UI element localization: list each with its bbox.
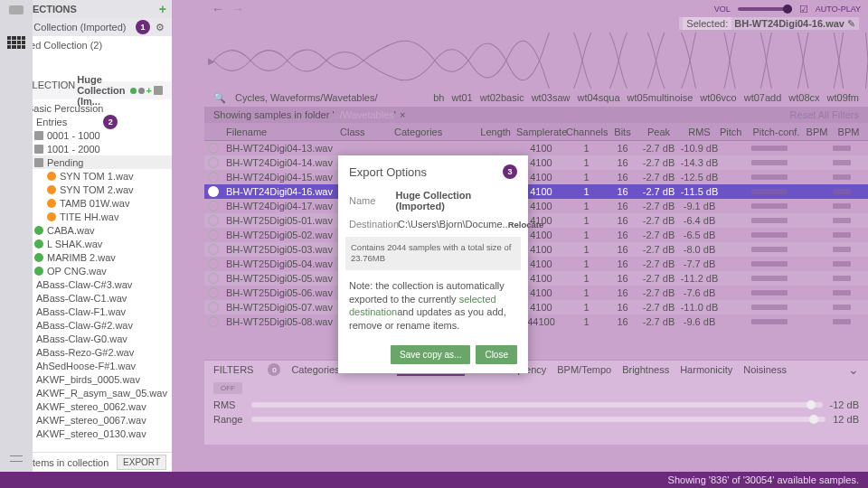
table-row[interactable]: BH-WT24Digi04-14.wav4100116-2.7 dB-14.3 … — [204, 155, 868, 170]
reset-filters[interactable]: Reset All Filters — [790, 109, 859, 120]
file-icon — [47, 172, 56, 181]
filter-tab[interactable]: Categories — [291, 364, 339, 375]
play-icon[interactable] — [208, 302, 219, 313]
wavetable-tab[interactable]: wt01 — [452, 92, 473, 103]
range-value: 12 dB — [833, 414, 859, 425]
export-modal: Export Options 3 NameHuge Collection (Im… — [338, 155, 528, 373]
folder-icon — [34, 131, 43, 140]
settings-icon[interactable] — [9, 452, 24, 466]
wavetable-tab[interactable]: wt05multinoise — [627, 92, 693, 103]
play-icon[interactable] — [208, 273, 219, 284]
rms-value: -12 dB — [830, 399, 859, 410]
relocate-button[interactable]: Relocate — [508, 220, 544, 230]
table-row[interactable]: BH-WT24Digi04-15.wav4100116-2.7 dB-12.5 … — [204, 170, 868, 184]
export-summary: Contains 2044 samples with a total size … — [345, 237, 521, 270]
table-row[interactable]: BH-WT25Digi05-02.wav4100116-2.7 dB-6.5 d… — [204, 228, 868, 242]
file-icon — [34, 226, 43, 235]
filter-tab[interactable]: Noisiness — [743, 364, 787, 375]
badge-1: 1 — [136, 20, 150, 34]
play-icon[interactable] — [208, 244, 219, 255]
autoplay-label: AUTO-PLAY — [816, 5, 861, 14]
col-bpm2[interactable]: BPM — [833, 127, 864, 137]
folder-icon — [34, 145, 43, 154]
filter-tab[interactable]: Brightness — [622, 364, 669, 375]
col-class[interactable]: Class — [340, 127, 394, 137]
volume-slider[interactable] — [738, 7, 792, 11]
status-dot-icon — [130, 88, 137, 94]
table-row[interactable]: BH-WT24Digi04-16.wav4100116-2.7 dB-11.5 … — [204, 184, 868, 199]
wavetable-tab[interactable]: wt04squa — [577, 92, 619, 103]
off-toggle[interactable]: OFF — [213, 382, 242, 394]
table-row[interactable]: BH-WT25Digi05-07.wav4100116-2.7 dB-11.0 … — [204, 300, 868, 314]
play-icon[interactable] — [208, 201, 219, 211]
filter-tab[interactable]: BPM/Tempo — [557, 364, 611, 375]
filter-tabs: FILTERS0 CategoriesFile InfoRMS/Loudness… — [204, 361, 868, 379]
export-button[interactable]: EXPORT — [117, 455, 166, 470]
vol-label: VOL — [714, 5, 731, 14]
col-categories[interactable]: Categories — [394, 127, 467, 137]
wavetable-tab[interactable]: wt07add — [744, 92, 782, 103]
table-row[interactable]: BH-WT24Digi04-17.wav4100116-2.7 dB-9.1 d… — [204, 199, 868, 213]
badge-3: 3 — [503, 164, 517, 179]
table-header: Filename Class Categories Length Sampler… — [204, 123, 868, 141]
play-icon[interactable] — [208, 215, 219, 226]
close-button[interactable]: Close — [476, 345, 517, 364]
play-icon[interactable] — [208, 172, 219, 183]
play-icon[interactable] — [208, 186, 219, 197]
topbar: ← → VOL ☑ AUTO-PLAY — [204, 0, 868, 18]
play-icon[interactable] — [208, 230, 219, 240]
crumb-path[interactable]: Cycles, Waveforms/Wavetables/ — [235, 92, 378, 103]
play-icon[interactable] — [208, 316, 219, 327]
save-copy-button[interactable]: Save copy as... — [391, 345, 470, 364]
col-rms[interactable]: RMS — [679, 127, 720, 137]
add-collection-icon[interactable]: + — [159, 2, 166, 16]
table-row[interactable]: BH-WT25Digi05-08.wavOneShotWood Hits00:0… — [204, 314, 868, 329]
gear-icon[interactable]: ⚙ — [156, 22, 165, 33]
wavetable-tab[interactable]: wt08cx — [788, 92, 819, 103]
filter-count: 0 — [268, 363, 280, 376]
export-dest: C:\Users\Bjorn\Docume.. — [398, 219, 508, 230]
table-row[interactable]: BH-WT25Digi05-05.wav4100116-2.7 dB-11.2 … — [204, 271, 868, 286]
search-icon[interactable]: 🔍 — [213, 92, 226, 104]
grid-icon[interactable] — [7, 36, 25, 49]
wavetable-tab[interactable]: wt02basic — [480, 92, 524, 103]
table-row[interactable]: BH-WT25Digi05-06.wav4100116-2.7 dB-7.6 d… — [204, 286, 868, 300]
wavetable-tab[interactable]: wt06vco — [700, 92, 736, 103]
file-icon — [34, 239, 43, 249]
col-samplerate[interactable]: Samplerate — [516, 127, 566, 137]
chevron-down-icon[interactable]: ⌄ — [848, 362, 859, 377]
add-icon[interactable]: + — [146, 85, 152, 96]
play-icon[interactable]: ▶ — [208, 56, 215, 66]
autoplay-check-icon[interactable]: ☑ — [799, 4, 808, 15]
breadcrumb: 🔍 Cycles, Waveforms/Wavetables/ bhwt01wt… — [204, 89, 868, 107]
export-name: Huge Collection (Imported) — [395, 190, 517, 211]
back-icon[interactable]: ← — [212, 2, 224, 16]
col-length[interactable]: Length — [467, 127, 516, 137]
wavetable-tab[interactable]: wt09fm — [827, 92, 859, 103]
col-channels[interactable]: Channels — [566, 127, 607, 137]
folder-icon[interactable] — [154, 86, 163, 95]
wavetable-tab[interactable]: wt03saw — [532, 92, 571, 103]
waveform[interactable]: ▶ — [204, 33, 868, 89]
play-icon[interactable] — [208, 258, 219, 269]
modal-title: Export Options — [349, 165, 427, 179]
table-row[interactable]: BH-WT24Digi04-13.wav4100116-2.7 dB-10.9 … — [204, 141, 868, 155]
play-icon[interactable] — [208, 287, 219, 298]
col-bits[interactable]: Bits — [607, 127, 638, 137]
file-icon — [34, 267, 43, 276]
play-icon[interactable] — [208, 157, 219, 168]
file-icon — [34, 253, 43, 262]
filter-tab[interactable]: Harmonicity — [680, 364, 732, 375]
table-row[interactable]: BH-WT25Digi05-03.wav4100116-2.7 dB-8.0 d… — [204, 242, 868, 257]
col-pitch[interactable]: Pitch — [720, 127, 751, 137]
col-filename[interactable]: Filename — [222, 127, 340, 137]
col-bpm[interactable]: BPM — [801, 127, 833, 137]
clear-filter-icon[interactable]: × — [400, 109, 405, 120]
table-row[interactable]: BH-WT25Digi05-04.wav4100116-2.7 dB-7.7 d… — [204, 257, 868, 271]
col-pitchconf[interactable]: Pitch-conf. — [751, 127, 801, 137]
play-icon[interactable] — [208, 143, 219, 154]
col-peak[interactable]: Peak — [638, 127, 679, 137]
wavetable-tab[interactable]: bh — [433, 92, 444, 103]
forward-icon[interactable]: → — [231, 2, 244, 16]
disk-icon[interactable] — [9, 5, 24, 14]
